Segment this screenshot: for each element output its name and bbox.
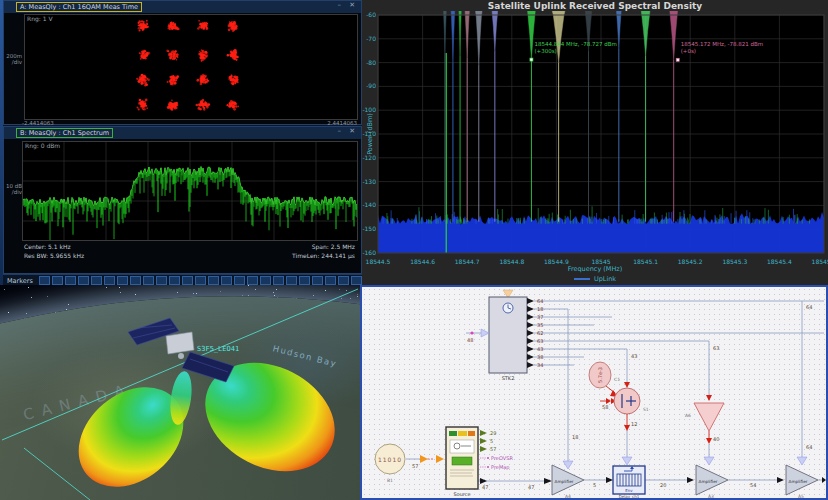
- block-diagram-panel: STK2 48 64 18 37 35 62 63 43 38 34 64 64…: [360, 285, 828, 500]
- svg-text:-60: -60: [366, 11, 376, 18]
- close-icon[interactable]: ✕: [349, 127, 358, 135]
- svg-text:54: 54: [750, 482, 756, 488]
- svg-text:5: 5: [490, 438, 493, 444]
- marker-slot[interactable]: [156, 276, 167, 285]
- svg-text:(+300s): (+300s): [534, 48, 556, 54]
- minimize-icon[interactable]: –: [337, 1, 344, 9]
- marker-slot[interactable]: [221, 276, 232, 285]
- svg-text:-110: -110: [362, 130, 376, 137]
- svg-text:34: 34: [537, 362, 543, 368]
- constellation-diagram: [24, 14, 358, 120]
- amplifier-label: Amplifier: [699, 479, 718, 484]
- svg-text:-70: -70: [366, 35, 376, 42]
- svg-text:-120: -120: [362, 154, 376, 161]
- env-delay-block[interactable]: Env Delay_ch1 20: [613, 466, 694, 498]
- stk-access-block[interactable]: STK2 48: [467, 290, 527, 381]
- constellation-titlebar[interactable]: A: MeasQly : Ch1 16QAM Meas Time – ✕: [4, 1, 361, 13]
- marker-slot[interactable]: [286, 276, 297, 285]
- amplifier1-block[interactable]: 47 Amplifier A4 5: [528, 461, 613, 498]
- marker-slot[interactable]: [91, 276, 102, 285]
- globe-view[interactable]: Hudson Bay CANADA: [0, 285, 360, 500]
- svg-text:18544.9: 18544.9: [544, 258, 569, 265]
- svg-text:20: 20: [660, 482, 666, 488]
- svg-text:57: 57: [490, 446, 496, 452]
- svg-text:18545.172 MHz, -78.821 dBm: 18545.172 MHz, -78.821 dBm: [681, 41, 763, 47]
- marker-slot[interactable]: [273, 276, 284, 285]
- attenuator-block[interactable]: A6: [685, 395, 724, 465]
- svg-text:64: 64: [537, 298, 543, 304]
- markers-label: Markers: [7, 277, 33, 285]
- amplifier2-block[interactable]: Amplifier A3 54: [696, 465, 784, 498]
- block-diagram[interactable]: STK2 48 64 18 37 35 62 63 43 38 34 64 64…: [362, 287, 826, 498]
- marker-slot[interactable]: [299, 276, 310, 285]
- marker-slot[interactable]: [312, 276, 323, 285]
- y-scale-label: 10 dB/div: [6, 183, 22, 195]
- svg-text:PreOVSR: PreOVSR: [491, 455, 513, 461]
- svg-text:29: 29: [490, 430, 496, 436]
- modulator-block[interactable]: Source: [446, 427, 478, 497]
- marker-slot[interactable]: [247, 276, 258, 285]
- x-axis-label: Frequency (MHz): [362, 265, 828, 273]
- satellite-body: [166, 332, 194, 354]
- spectrum-trace: [22, 141, 358, 241]
- amplifier-label: Amplifier: [789, 479, 808, 484]
- marker-slot[interactable]: [104, 276, 115, 285]
- spectrum-signal-trace: [22, 167, 357, 240]
- svg-text:43: 43: [537, 346, 543, 352]
- close-icon[interactable]: ✕: [349, 1, 358, 9]
- bit-source-block[interactable]: 11010 B1 57: [375, 444, 444, 483]
- marker-slot[interactable]: [117, 276, 128, 285]
- marker-slots[interactable]: [39, 276, 377, 285]
- marker-slot[interactable]: [39, 276, 50, 285]
- svg-text:-80: -80: [366, 59, 376, 66]
- marker-slot[interactable]: [195, 276, 206, 285]
- svg-text:58: 58: [602, 404, 608, 410]
- lavender-arrow-icon: [704, 457, 714, 465]
- svg-text:(+0s): (+0s): [681, 48, 696, 54]
- marker-slot[interactable]: [182, 276, 193, 285]
- marker-slot[interactable]: [260, 276, 271, 285]
- lavender-arrow-icon: [797, 457, 807, 465]
- marker-slot[interactable]: [338, 276, 349, 285]
- uplink-spectrum-chart[interactable]: 18544.518544.618544.718544.818544.918545…: [362, 11, 828, 273]
- marker-slot[interactable]: [130, 276, 141, 285]
- marker-slot[interactable]: [234, 276, 245, 285]
- chart-title: Satellite Uplink Received Spectral Densi…: [362, 1, 828, 11]
- svg-text:-90: -90: [366, 82, 376, 89]
- marker-slot[interactable]: [325, 276, 336, 285]
- svg-text:63: 63: [537, 338, 543, 344]
- marker-slot[interactable]: [169, 276, 180, 285]
- spectrum-plot[interactable]: Rng: 0 dBm: [22, 141, 358, 241]
- constellation-window: A: MeasQly : Ch1 16QAM Meas Time – ✕ 200…: [3, 0, 362, 125]
- range-label: Rng: 1 V: [27, 15, 53, 22]
- marker-slot[interactable]: [65, 276, 76, 285]
- svg-text:5: 5: [593, 482, 596, 488]
- spectrum-titlebar[interactable]: B: MeasQly : Ch1 Spectrum – ✕: [4, 127, 361, 139]
- marker-slot[interactable]: [78, 276, 89, 285]
- vsa-panel: A: MeasQly : Ch1 16QAM Meas Time – ✕ 200…: [0, 0, 362, 285]
- svg-text:38: 38: [537, 354, 543, 360]
- chart-legend[interactable]: UpLink: [362, 275, 828, 283]
- marker-slot[interactable]: [143, 276, 154, 285]
- legend-entry: UpLink: [594, 275, 616, 283]
- marker-slot[interactable]: [208, 276, 219, 285]
- amplifier-label: Amplifier: [555, 479, 574, 484]
- svg-text:-130: -130: [362, 178, 376, 185]
- amplifier3-block[interactable]: Amplifier A5: [786, 457, 826, 498]
- constellation-clusters: [136, 20, 239, 111]
- y-scale-label: 200m/div: [6, 53, 22, 65]
- minimize-icon[interactable]: –: [337, 127, 344, 135]
- svg-text:18544.6: 18544.6: [410, 258, 435, 265]
- marker-slot[interactable]: [52, 276, 63, 285]
- orange-arrow-icon: [420, 455, 428, 463]
- black-arrow-icon: [544, 478, 552, 484]
- stk-caption: STK2: [502, 375, 515, 381]
- marker-slot[interactable]: [351, 276, 362, 285]
- svg-text:18545.3: 18545.3: [722, 258, 747, 265]
- amp2-caption: A3: [708, 494, 714, 498]
- lavender-arrow-icon: [622, 457, 632, 465]
- satellite-beam-overlay: S3F5_LEO41: [0, 285, 360, 500]
- constellation-plot[interactable]: Rng: 1 V: [24, 14, 358, 120]
- env-caption: Delay_ch1: [619, 494, 640, 498]
- center-freq-label: Center: 5.1 kHz: [24, 243, 71, 251]
